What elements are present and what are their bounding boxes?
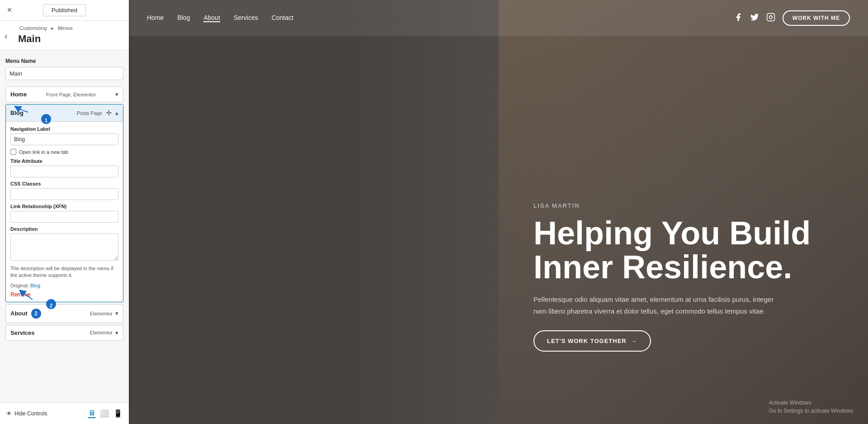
menu-name-label: Menu Name xyxy=(5,58,123,64)
breadcrumb-part1: Customizing xyxy=(19,25,47,31)
hide-controls-button[interactable]: 👁 Hide Controls xyxy=(6,410,47,417)
original-link-row: Original: Blog xyxy=(10,283,118,288)
site-preview: Home Blog About Services Contact WORK WI… xyxy=(129,0,868,424)
home-item-label: Home xyxy=(10,91,27,98)
annotation-badge-2: 2 xyxy=(31,309,41,319)
breadcrumb: Customizing ▸ Menus xyxy=(18,25,122,31)
activate-line1: Activate Windows xyxy=(769,399,854,407)
title-attr-label: Title Attribute xyxy=(10,158,118,164)
css-classes-input[interactable] xyxy=(10,188,118,200)
blog-expanded-form: Navigation Label Open link in a new tab … xyxy=(6,121,123,302)
device-icons: 🖥 ⬜ 📱 xyxy=(88,409,123,418)
twitter-icon[interactable] xyxy=(750,13,759,24)
nav-link-about[interactable]: About xyxy=(203,14,220,22)
nav-links: Home Blog About Services Contact xyxy=(147,14,293,22)
services-item-type: Elementor xyxy=(90,330,113,335)
nav-link-services[interactable]: Services xyxy=(234,14,258,22)
open-new-tab-checkbox[interactable] xyxy=(10,149,16,155)
move-handle-icon: ✛ xyxy=(106,109,112,117)
panel-header: ‹ Customizing ▸ Menus Main xyxy=(0,21,129,51)
description-textarea[interactable] xyxy=(10,233,118,261)
description-label: Description xyxy=(10,226,118,232)
css-classes-label: CSS Classes xyxy=(10,181,118,186)
tablet-icon[interactable]: ⬜ xyxy=(100,409,109,418)
svg-rect-4 xyxy=(767,13,774,21)
facebook-icon[interactable] xyxy=(734,13,743,24)
activate-line2: Go to Settings to activate Windows. xyxy=(769,407,854,415)
hero-headline-line2: Inner Resilience. xyxy=(533,249,792,285)
link-rel-label: Link Relationship (XFN) xyxy=(10,204,118,209)
blog-item-label: Blog xyxy=(10,110,24,116)
instagram-icon[interactable] xyxy=(766,13,775,24)
menu-item-home: Home Front Page, Elementor ▾ xyxy=(5,86,123,102)
eye-icon: 👁 xyxy=(6,410,12,417)
published-button[interactable]: Published xyxy=(43,4,86,16)
top-bar: × Published xyxy=(0,0,129,21)
hero-headline: Helping You Build Inner Resilience. xyxy=(533,216,841,285)
nav-label-input[interactable] xyxy=(10,133,118,145)
home-item-arrow[interactable]: ▾ xyxy=(115,91,118,98)
activate-windows-watermark: Activate Windows Go to Settings to activ… xyxy=(769,399,854,415)
back-button[interactable]: ‹ xyxy=(5,30,8,41)
nav-link-blog[interactable]: Blog xyxy=(177,14,190,22)
original-link-anchor[interactable]: Blog xyxy=(30,283,40,288)
remove-link[interactable]: Remove xyxy=(10,291,31,298)
open-new-tab-label: Open link in a new tab xyxy=(19,149,68,155)
hero-content: LISA MARTIN Helping You Build Inner Resi… xyxy=(533,202,841,352)
menu-name-input[interactable] xyxy=(5,67,123,80)
bottom-bar: 👁 Hide Controls 🖥 ⬜ 📱 xyxy=(0,402,129,424)
breadcrumb-separator: ▸ xyxy=(51,25,54,31)
menu-item-about: About 2 Elementor ▾ xyxy=(5,304,123,323)
open-new-tab-row: Open link in a new tab xyxy=(10,149,118,155)
nav-label-label: Navigation Label xyxy=(10,126,118,132)
description-note: The description will be displayed in the… xyxy=(10,265,118,279)
link-rel-input[interactable] xyxy=(10,211,118,223)
nav-link-contact[interactable]: Contact xyxy=(272,14,293,22)
menu-item-blog: Blog Posts Page ✛ ▴ Navigation Label Ope… xyxy=(5,104,123,302)
menu-item-services: Services Elementor ▾ xyxy=(5,325,123,341)
hero-subtext: Pellentesque odio aliquam vitae amet, el… xyxy=(533,294,787,317)
nav-right: WORK WITH ME xyxy=(734,10,850,26)
hero-headline-line1: Helping You Build xyxy=(533,215,811,251)
customizer-panel: × Published ‹ Customizing ▸ Menus Main M… xyxy=(0,0,129,424)
home-item-type: Front Page, Elementor xyxy=(46,92,96,97)
close-button[interactable]: × xyxy=(5,5,14,15)
panel-title: Main xyxy=(18,33,122,45)
services-item-arrow[interactable]: ▾ xyxy=(115,329,118,336)
breadcrumb-part2[interactable]: Menus xyxy=(58,25,73,31)
hero-name: LISA MARTIN xyxy=(533,202,841,209)
hero-cta-arrow-icon: → xyxy=(631,338,637,344)
hide-controls-label: Hide Controls xyxy=(14,410,47,417)
about-item-type: Elementor xyxy=(90,311,113,316)
original-label: Original: xyxy=(10,283,29,288)
panel-body: Menu Name Home Front Page, Elementor ▾ B… xyxy=(0,51,129,402)
hero-cta-button[interactable]: LET'S WORK TOGETHER → xyxy=(533,330,651,352)
work-with-me-button[interactable]: WORK WITH ME xyxy=(783,10,850,26)
about-item-label: About xyxy=(10,310,28,317)
blog-item-arrow[interactable]: ▴ xyxy=(115,110,118,116)
services-item-label: Services xyxy=(10,329,35,336)
desktop-icon[interactable]: 🖥 xyxy=(88,409,95,418)
blog-item-type: Posts Page xyxy=(77,110,102,116)
mobile-icon[interactable]: 📱 xyxy=(113,409,123,418)
site-navigation: Home Blog About Services Contact WORK WI… xyxy=(129,0,868,36)
hero-cta-label: LET'S WORK TOGETHER xyxy=(547,338,627,344)
nav-link-home[interactable]: Home xyxy=(147,14,164,22)
about-item-arrow[interactable]: ▾ xyxy=(115,310,118,317)
title-attr-input[interactable] xyxy=(10,166,118,177)
